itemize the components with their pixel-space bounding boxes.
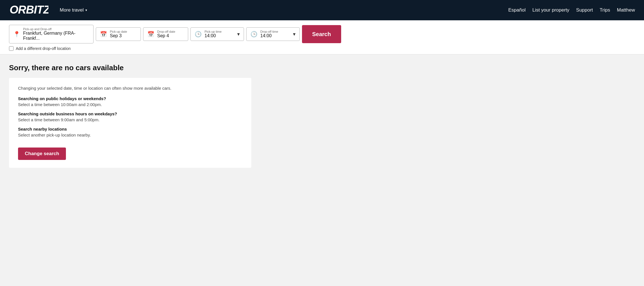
location-label: Pick-up and Drop-off — [23, 27, 89, 31]
pickup-time-chevron-icon: ▾ — [237, 31, 240, 37]
location-value: Frankfurt, Germany (FRA-Frankf... — [23, 31, 89, 41]
pickup-date-label: Pick-up date — [110, 30, 127, 33]
search-bar: 📍 Pick-up and Drop-off Frankfurt, German… — [9, 25, 635, 43]
orbitz-logo[interactable]: ORBITZ — [9, 3, 48, 18]
tip3-text: Select another pick-up location nearby. — [18, 133, 242, 137]
user-menu[interactable]: Matthew — [617, 7, 635, 13]
different-dropoff-row: Add a different drop-off location — [9, 46, 635, 51]
calendar-icon-2: 📅 — [147, 31, 154, 38]
tip1-section: Searching on public holidays or weekends… — [18, 96, 242, 107]
main-content: Sorry, there are no cars available Chang… — [0, 54, 644, 177]
pickup-date-value: Sep 3 — [110, 33, 127, 38]
logo-text: ORBITZ — [9, 3, 48, 18]
location-field[interactable]: 📍 Pick-up and Drop-off Frankfurt, German… — [9, 25, 94, 43]
svg-text:ORBITZ: ORBITZ — [10, 3, 48, 15]
dropoff-date-label: Drop-off date — [157, 30, 175, 33]
trips-link[interactable]: Trips — [600, 7, 610, 13]
location-icon: 📍 — [13, 31, 20, 38]
dropoff-time-field[interactable]: 🕒 Drop-off time 14:00 ▾ — [246, 27, 300, 41]
info-intro: Changing your selected date, time or loc… — [18, 86, 242, 91]
tip2-title: Searching outside business hours on week… — [18, 111, 242, 116]
pickup-time-field[interactable]: 🕒 Pick-up time 14:00 ▾ — [190, 27, 244, 41]
search-button[interactable]: Search — [302, 25, 341, 43]
dropoff-time-label: Drop-off time — [260, 30, 278, 33]
pickup-time-label: Pick-up time — [205, 30, 222, 33]
info-card: Changing your selected date, time or loc… — [9, 78, 251, 168]
navbar: ORBITZ More travel ▾ Español List your p… — [0, 0, 644, 20]
change-search-button[interactable]: Change search — [18, 148, 66, 160]
tip3-section: Search nearby locations Select another p… — [18, 127, 242, 137]
more-travel-label: More travel — [60, 7, 84, 13]
clock-icon: 🕒 — [195, 31, 202, 38]
clock-icon-2: 🕒 — [250, 31, 257, 38]
pickup-time-value: 14:00 — [205, 33, 222, 38]
search-bar-wrapper: 📍 Pick-up and Drop-off Frankfurt, German… — [0, 20, 644, 54]
tip1-text: Select a time between 10:00am and 2:00pm… — [18, 102, 242, 107]
pickup-date-field[interactable]: 📅 Pick-up date Sep 3 — [96, 27, 141, 41]
chevron-down-icon: ▾ — [85, 8, 87, 12]
tip1-title: Searching on public holidays or weekends… — [18, 96, 242, 101]
dropoff-date-field[interactable]: 📅 Drop-off date Sep 4 — [143, 27, 188, 41]
different-dropoff-checkbox[interactable] — [9, 46, 14, 51]
support-link[interactable]: Support — [576, 7, 593, 13]
calendar-icon: 📅 — [100, 31, 107, 38]
dropoff-time-chevron-icon: ▾ — [293, 31, 296, 37]
more-travel-button[interactable]: More travel ▾ — [60, 7, 87, 13]
tip2-section: Searching outside business hours on week… — [18, 111, 242, 122]
tip2-text: Select a time between 9:00am and 5:00pm. — [18, 117, 242, 122]
different-dropoff-label[interactable]: Add a different drop-off location — [16, 46, 71, 51]
no-cars-title: Sorry, there are no cars available — [9, 63, 635, 72]
list-property-link[interactable]: List your property — [532, 7, 569, 13]
espanol-link[interactable]: Español — [508, 7, 525, 13]
dropoff-time-value: 14:00 — [260, 33, 278, 38]
tip3-title: Search nearby locations — [18, 127, 242, 131]
dropoff-date-value: Sep 4 — [157, 33, 175, 38]
